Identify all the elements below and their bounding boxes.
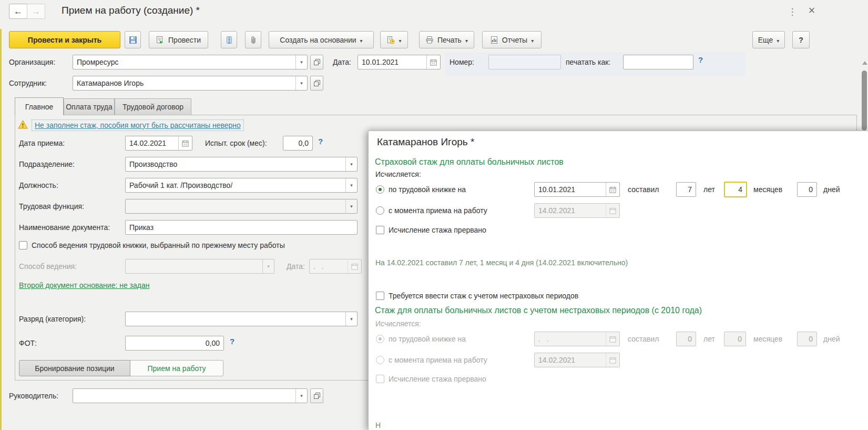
- probation-help[interactable]: ?: [318, 134, 323, 149]
- chevron-down-icon[interactable]: [345, 199, 357, 213]
- years-field[interactable]: 7: [676, 182, 696, 197]
- open-in-list-icon: [313, 58, 321, 66]
- calendar-icon[interactable]: [178, 136, 192, 150]
- radio-from-hire-2-label: с момента приема на работу: [389, 353, 487, 367]
- interrupted-label[interactable]: Исчисление стажа прервано: [389, 223, 486, 237]
- toggle-reserve-position[interactable]: Бронирование позиции: [19, 360, 130, 376]
- doc-name-field[interactable]: Приказ: [125, 220, 358, 235]
- radio-from-hire-label[interactable]: с момента приема на работу: [389, 203, 487, 218]
- help-button[interactable]: ?: [792, 31, 810, 48]
- grade-select[interactable]: [125, 312, 358, 326]
- chevron-down-icon[interactable]: [295, 55, 307, 69]
- print-button[interactable]: Печать: [419, 31, 474, 48]
- chevron-down-icon[interactable]: [295, 389, 307, 403]
- post-document-icon: [156, 36, 165, 44]
- document-date-value: 10.01.2021: [362, 58, 399, 66]
- create-based-on-button[interactable]: Создать на основании: [269, 31, 374, 48]
- window-menu-button[interactable]: ⋮: [787, 5, 798, 18]
- workbook-method-label[interactable]: Способ ведения трудовой книжки, выбранны…: [32, 238, 285, 253]
- close-icon: ×: [809, 4, 815, 17]
- workbook-date-field[interactable]: 10.01.2021: [534, 182, 620, 197]
- position-select[interactable]: Рабочий 1 кат. /Производство/: [125, 178, 358, 193]
- noninsurance-checkbox[interactable]: [376, 292, 384, 300]
- months-value-2: 0: [738, 335, 742, 343]
- post-and-close-button[interactable]: Провести и закрыть: [9, 31, 120, 48]
- radio-by-workbook-label[interactable]: по трудовой книжке на: [389, 182, 466, 197]
- tab-salary[interactable]: Оплата труда: [64, 98, 115, 115]
- chevron-down-icon[interactable]: [345, 157, 357, 171]
- document-history-button[interactable]: [380, 31, 408, 48]
- scrollbar-thumb[interactable]: [862, 71, 867, 131]
- chevron-down-icon[interactable]: [345, 312, 357, 326]
- radio-by-workbook-2-label: по трудовой книжке на: [389, 332, 466, 346]
- radio-from-hire-2: [376, 356, 384, 364]
- chevron-down-icon: [399, 36, 401, 44]
- days-field[interactable]: 0: [797, 182, 817, 197]
- probation-field[interactable]: 0,0: [283, 136, 313, 151]
- radio-by-workbook[interactable]: [376, 185, 384, 194]
- method-select[interactable]: [125, 259, 274, 274]
- employee-open-button[interactable]: [310, 76, 323, 91]
- organization-value: Промресурс: [77, 58, 118, 66]
- experience-warning-link[interactable]: Не заполнен стаж, пособия могут быть рас…: [32, 119, 244, 131]
- print-as-help[interactable]: ?: [698, 53, 703, 67]
- employee-value: Катамаранов Игорь: [77, 79, 144, 87]
- composed-label-2: составил: [628, 332, 659, 346]
- method-date-field[interactable]: . .: [309, 259, 362, 274]
- days-value: 0: [809, 185, 813, 194]
- fot-label: ФОТ:: [19, 336, 37, 351]
- register-records-button[interactable]: [221, 31, 237, 48]
- toggle-hire[interactable]: Прием на работу: [130, 360, 223, 376]
- from-hire-date-value: 14.02.2021: [538, 206, 575, 215]
- reports-button[interactable]: Отчеты: [482, 31, 542, 48]
- position-value: Рабочий 1 кат. /Производство/: [129, 181, 232, 189]
- radio-by-workbook-2: [376, 335, 384, 343]
- labor-function-select[interactable]: [125, 199, 358, 214]
- labor-function-label: Трудовая функция:: [19, 199, 84, 214]
- chevron-down-icon[interactable]: [345, 178, 357, 192]
- document-date-field[interactable]: 10.01.2021: [358, 55, 441, 69]
- experience-summary: На 14.02.2021 составил 7 лет, 1 месяц и …: [375, 258, 628, 267]
- radio-from-hire[interactable]: [376, 206, 384, 215]
- department-select[interactable]: Производство: [125, 157, 358, 172]
- years-value-2: 0: [688, 335, 692, 343]
- fot-field[interactable]: 0,00: [125, 336, 224, 351]
- forward-button[interactable]: →: [27, 4, 45, 19]
- more-button[interactable]: Еще: [752, 31, 785, 48]
- second-doc-link[interactable]: Второй документ основание: не задан: [19, 281, 150, 289]
- attachments-button[interactable]: [245, 31, 261, 48]
- organization-open-button[interactable]: [310, 55, 323, 69]
- doc-name-label: Наименование документа:: [19, 220, 110, 235]
- years-label-2: лет: [703, 332, 715, 346]
- back-button[interactable]: ←: [9, 4, 27, 19]
- chevron-down-icon: [465, 36, 468, 44]
- workbook-method-checkbox[interactable]: [19, 241, 27, 249]
- close-button[interactable]: ×: [805, 4, 819, 17]
- calendar-icon[interactable]: [606, 183, 619, 196]
- interrupted-checkbox[interactable]: [376, 226, 384, 234]
- composed-label: составил: [628, 182, 659, 197]
- organization-select[interactable]: Промресурс: [73, 55, 308, 69]
- employee-select[interactable]: Катамаранов Игорь: [73, 76, 308, 91]
- from-hire-date-field[interactable]: 14.02.2021: [534, 203, 620, 218]
- print-as-field[interactable]: [623, 55, 693, 69]
- tab-main[interactable]: Главное: [15, 97, 64, 115]
- calc-label: Исчисляется:: [375, 167, 421, 182]
- noninsurance-label[interactable]: Требуется ввести стаж с учетом нестрахов…: [389, 288, 578, 303]
- manager-open-button[interactable]: [310, 388, 323, 403]
- fot-help[interactable]: ?: [230, 334, 234, 349]
- post-and-close-label: Провести и закрыть: [28, 36, 101, 44]
- scrollbar-up-icon[interactable]: [862, 61, 867, 65]
- number-field[interactable]: [488, 55, 561, 69]
- calendar-icon: [606, 204, 619, 217]
- save-button[interactable]: [125, 31, 141, 48]
- post-button[interactable]: Провести: [149, 31, 208, 48]
- manager-select[interactable]: [73, 388, 308, 403]
- chevron-down-icon[interactable]: [295, 76, 307, 90]
- hire-date-field[interactable]: 14.02.2021: [125, 136, 192, 151]
- interrupted-checkbox-2: [376, 375, 384, 383]
- calendar-icon[interactable]: [426, 55, 440, 69]
- months-field[interactable]: 4: [724, 182, 747, 197]
- tab-contract[interactable]: Трудовой договор: [115, 98, 191, 115]
- page-title: Прием на работу (создание) *: [62, 5, 200, 16]
